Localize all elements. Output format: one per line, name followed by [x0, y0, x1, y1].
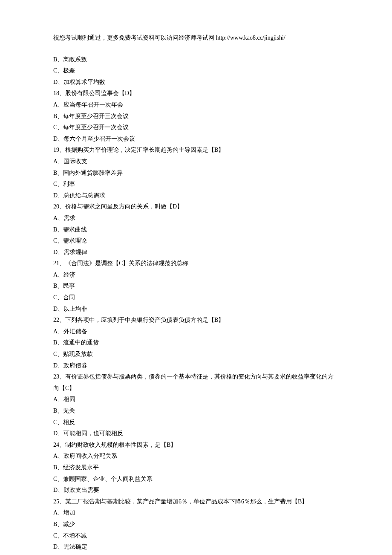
content-line: C、利率: [53, 179, 339, 190]
content-line: B、每年度至少召开三次会议: [53, 111, 339, 122]
content-line: B、无关: [53, 405, 339, 417]
content-line: A、增加: [53, 507, 339, 519]
content-line: C、兼顾国家、企业、个人间利益关系: [53, 474, 339, 485]
content-line: A、政府间收入分配关系: [53, 451, 339, 462]
content-line: 20、价格与需求之间呈反方向的关系，叫做【D】: [53, 201, 339, 213]
content-line: C、极差: [53, 65, 339, 77]
page-header: 祝您考试顺利通过，更多免费考试资料可以访问经济师考试网 http://www.k…: [53, 32, 339, 44]
content-line: 22、下列各项中，应填列于中央银行资产负债表负债方的是【B】: [53, 315, 339, 326]
content-line: C、每年度至少召开一次会议: [53, 122, 339, 133]
content-line: B、离散系数: [53, 54, 339, 66]
content-line: B、国内外通货膨胀率差异: [53, 168, 339, 179]
content-line: 25、某工厂报告期与基期比较，某产品产量增加6％，单位产品成本下降6％那么，生产…: [53, 496, 339, 508]
content-line: 19、根据购买力平价理论，决定汇率长期趋势的主导因素是【B】: [53, 145, 339, 156]
content-line: B、需求曲线: [53, 224, 339, 236]
content-line: D、可能相同，也可能相反: [53, 428, 339, 439]
content-line: D、财政支出需要: [53, 485, 339, 496]
content-line: D、无法确定: [53, 541, 339, 553]
content-line: D、总供给与总需求: [53, 190, 339, 202]
content-line: B、经济发展水平: [53, 462, 339, 474]
exam-content: B、离散系数C、极差D、加权算术平均数18、股份有限公司监事会【D】A、应当每年…: [53, 54, 339, 553]
content-line: A、外汇储备: [53, 326, 339, 338]
content-line: C、贴现及放款: [53, 349, 339, 360]
content-line: C、相反: [53, 417, 339, 428]
content-line: C、不增不减: [53, 530, 339, 542]
content-line: B、减少: [53, 519, 339, 530]
content-line: 23、有价证券包括债券与股票两类，债券的一个基本特征是，其价格的变化方向与其要求…: [53, 371, 339, 394]
content-line: C、合同: [53, 292, 339, 304]
content-line: A、应当每年召开一次年会: [53, 99, 339, 111]
page-container: 祝您考试顺利通过，更多免费考试资料可以访问经济师考试网 http://www.k…: [0, 0, 392, 555]
content-line: 24、制约财政收入规模的根本性因素，是【B】: [53, 439, 339, 451]
content-line: 18、股份有限公司监事会【D】: [53, 88, 339, 99]
content-line: B、流通中的通货: [53, 337, 339, 349]
content-line: A、经济: [53, 269, 339, 281]
content-line: A、需求: [53, 213, 339, 224]
content-line: A、相同: [53, 394, 339, 405]
content-line: C、需求理论: [53, 235, 339, 247]
content-line: D、加权算术平均数: [53, 77, 339, 88]
content-line: D、需求规律: [53, 247, 339, 258]
content-line: 21、《合同法》是调整【C】关系的法律规范的总称: [53, 258, 339, 269]
content-line: D、政府债券: [53, 360, 339, 372]
content-line: B、民事: [53, 280, 339, 292]
content-line: D、每六个月至少召开一次会议: [53, 133, 339, 145]
content-line: A、国际收支: [53, 156, 339, 168]
content-line: D、以上均非: [53, 304, 339, 315]
